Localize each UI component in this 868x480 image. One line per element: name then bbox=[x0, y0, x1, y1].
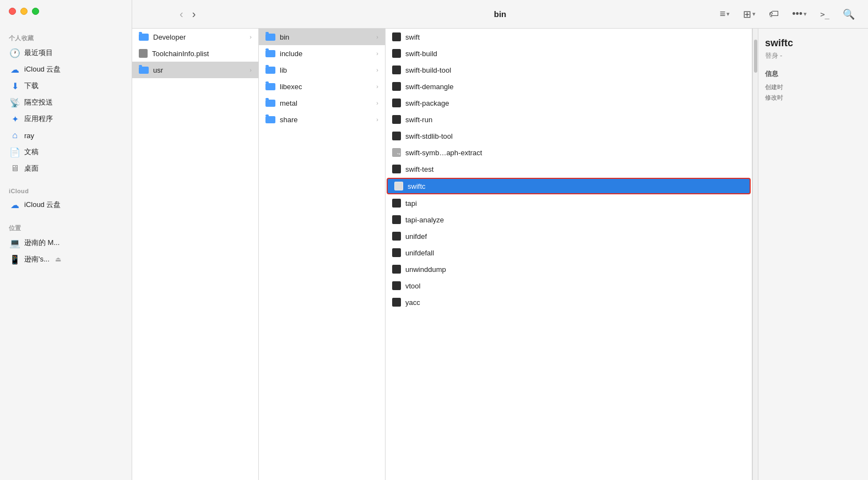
sidebar-item-label: 最近项目 bbox=[24, 48, 53, 58]
chevron-right-icon-5: › bbox=[376, 67, 378, 73]
search-button[interactable]: 🔍 bbox=[838, 6, 859, 23]
columns-container: Developer › ToolchainInfo.plist usr › bbox=[132, 29, 868, 480]
exec-icon-4 bbox=[392, 82, 401, 91]
sidebar-item-apps[interactable]: ✦ 应用程序 bbox=[3, 111, 128, 127]
list-item[interactable]: unwinddump bbox=[386, 261, 752, 277]
close-button[interactable] bbox=[9, 8, 16, 15]
sidebar-item-airdrop[interactable]: 📡 隔空投送 bbox=[3, 95, 128, 110]
exec-icon-12 bbox=[392, 248, 401, 257]
list-view-button[interactable]: ≡ ▾ bbox=[715, 6, 735, 22]
list-item[interactable]: swift-demangle bbox=[386, 78, 752, 95]
list-item[interactable]: metal › bbox=[259, 95, 385, 111]
clock-icon: 🕐 bbox=[10, 48, 20, 58]
list-item[interactable]: libexec › bbox=[259, 78, 385, 95]
list-item[interactable]: Developer › bbox=[132, 29, 258, 45]
share-button[interactable]: ••• ▾ bbox=[788, 6, 811, 22]
sidebar-personal-label: 个人收藏 bbox=[0, 29, 132, 45]
sidebar-item-recent[interactable]: 🕐 最近项目 bbox=[3, 45, 128, 61]
item-label: swift-demangle bbox=[405, 83, 453, 91]
list-item[interactable]: swift-package bbox=[386, 95, 752, 111]
sidebar-item-downloads[interactable]: ⬇ 下载 bbox=[3, 78, 128, 94]
cloud-icon: ☁ bbox=[10, 64, 20, 74]
sidebar-item-label: 逊南的 M... bbox=[24, 238, 59, 248]
sidebar-item-phone[interactable]: 📱 逊南's... ⏏ bbox=[3, 252, 128, 267]
nav-buttons: ‹ › bbox=[176, 6, 199, 23]
sidebar: 个人收藏 🕐 最近项目 ☁ iCloud 云盘 ⬇ 下载 📡 隔空投送 ✦ 应用… bbox=[0, 0, 132, 480]
item-label: usr bbox=[153, 66, 163, 74]
sidebar-item-label: iCloud 云盘 bbox=[24, 64, 61, 74]
item-label: swift-stdlib-tool bbox=[405, 132, 453, 140]
scrollbar-thumb[interactable] bbox=[754, 40, 757, 73]
list-item[interactable]: usr › bbox=[132, 62, 258, 78]
sidebar-item-ray[interactable]: ⌂ ray bbox=[3, 128, 128, 143]
list-item[interactable]: unifdef bbox=[386, 228, 752, 244]
list-item[interactable]: swift-build bbox=[386, 45, 752, 62]
item-label: swift-package bbox=[405, 99, 449, 107]
list-item[interactable]: swift bbox=[386, 29, 752, 45]
exec-icon bbox=[392, 32, 401, 41]
laptop-icon: 💻 bbox=[10, 238, 20, 248]
scrollbar[interactable] bbox=[752, 29, 758, 480]
preview-subtitle: 替身 - bbox=[765, 51, 861, 61]
exec-icon-8 bbox=[392, 165, 401, 173]
item-label: swift bbox=[405, 33, 420, 41]
main-area: ‹ › bin ≡ ▾ ⊞ ▾ 🏷 ••• ▾ >_ bbox=[132, 0, 868, 480]
back-button[interactable]: ‹ bbox=[176, 6, 187, 23]
sidebar-item-desktop[interactable]: 🖥 桌面 bbox=[3, 161, 128, 176]
chevron-right-icon-8: › bbox=[376, 116, 378, 123]
column-view-button[interactable]: ⊞ ▾ bbox=[739, 6, 760, 23]
sidebar-item-label: 文稿 bbox=[24, 147, 39, 157]
list-item[interactable]: swift-run bbox=[386, 111, 752, 128]
item-label: include bbox=[280, 50, 302, 58]
list-item[interactable]: tapi bbox=[386, 195, 752, 211]
desktop-icon: 🖥 bbox=[10, 163, 20, 173]
apps-icon: ✦ bbox=[10, 114, 20, 124]
preview-filename: swiftc bbox=[765, 37, 861, 49]
sidebar-item-laptop[interactable]: 💻 逊南的 M... bbox=[3, 235, 128, 250]
list-item[interactable]: unifdefall bbox=[386, 244, 752, 261]
list-item[interactable]: share › bbox=[259, 111, 385, 128]
folder-icon-8 bbox=[265, 116, 275, 123]
list-item-swiftc[interactable]: swiftc bbox=[387, 178, 751, 194]
eject-icon: ⏏ bbox=[55, 255, 61, 263]
sidebar-item-icloud-drive[interactable]: ☁ iCloud 云盘 bbox=[3, 62, 128, 77]
list-item[interactable]: yacc bbox=[386, 294, 752, 310]
list-view-icon: ≡ bbox=[720, 8, 726, 20]
chevron-down-icon-3: ▾ bbox=[804, 10, 807, 18]
list-item[interactable]: swift-build-tool bbox=[386, 62, 752, 78]
list-item[interactable]: swift-stdlib-tool bbox=[386, 128, 752, 144]
exec-icon-13 bbox=[392, 265, 401, 274]
sidebar-item-icloud2[interactable]: ☁ iCloud 云盘 bbox=[3, 197, 128, 212]
toolbar-actions: ≡ ▾ ⊞ ▾ 🏷 ••• ▾ >_ 🔍 bbox=[715, 6, 859, 23]
list-item[interactable]: swift-test bbox=[386, 161, 752, 177]
list-item[interactable]: ↪ swift-symb…aph-extract bbox=[386, 144, 752, 161]
terminal-icon: >_ bbox=[820, 10, 829, 19]
list-item[interactable]: ToolchainInfo.plist bbox=[132, 45, 258, 62]
list-item[interactable]: tapi-analyze bbox=[386, 211, 752, 228]
list-item[interactable]: bin › bbox=[259, 29, 385, 45]
list-item[interactable]: vtool bbox=[386, 277, 752, 294]
column-2: bin › include › lib › bbox=[259, 29, 386, 480]
forward-button[interactable]: › bbox=[189, 6, 199, 23]
preview-panel: swiftc 替身 - 信息 创建时 修改时 bbox=[758, 29, 868, 480]
item-label-swiftc: swiftc bbox=[408, 182, 426, 190]
column-3: swift swift-build swift-build-tool swift… bbox=[386, 29, 752, 480]
item-label: vtool bbox=[405, 282, 420, 290]
phone-icon: 📱 bbox=[10, 254, 20, 264]
tag-button[interactable]: 🏷 bbox=[764, 6, 783, 22]
maximize-button[interactable] bbox=[32, 8, 39, 15]
terminal-button[interactable]: >_ bbox=[816, 8, 834, 21]
item-label: swift-run bbox=[405, 116, 432, 124]
sidebar-item-label: 逊南's... bbox=[24, 254, 50, 264]
exec-icon-7 bbox=[392, 132, 401, 140]
item-label: bin bbox=[280, 33, 289, 41]
minimize-button[interactable] bbox=[20, 8, 28, 15]
chevron-down-icon-2: ▾ bbox=[752, 10, 756, 18]
sidebar-item-label: 下载 bbox=[24, 81, 39, 91]
chevron-right-icon: › bbox=[249, 34, 252, 40]
list-item[interactable]: lib › bbox=[259, 62, 385, 78]
list-item[interactable]: include › bbox=[259, 45, 385, 62]
folder-icon-7 bbox=[265, 100, 275, 107]
item-label: libexec bbox=[280, 83, 302, 91]
sidebar-item-docs[interactable]: 📄 文稿 bbox=[3, 144, 128, 160]
